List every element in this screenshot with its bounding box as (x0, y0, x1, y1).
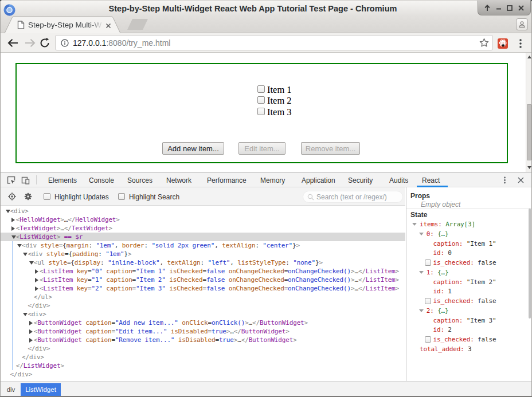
device-toolbar-icon[interactable] (21, 176, 30, 184)
devtools-tab-elements[interactable]: Elements (48, 176, 77, 184)
tree-row[interactable]: <div style={padding: "1em"}> (0, 250, 405, 258)
tree-row[interactable]: </ul> (0, 293, 405, 301)
url-text[interactable]: 127.0.0.1:8080/try_me.html (73, 38, 170, 48)
expand-arrow-icon[interactable] (29, 329, 33, 334)
tree-row[interactable]: <HelloWidget>…</HelloWidget> (0, 215, 405, 224)
page-scrollbar-thumb[interactable] (527, 104, 531, 160)
tree-row[interactable]: <ButtonWidget caption="Remove item..." i… (0, 336, 405, 344)
devtools-close-icon[interactable] (517, 176, 525, 184)
page-button-disabled[interactable]: Remove item... (301, 142, 360, 155)
state-checkbox[interactable] (425, 336, 431, 343)
expand-arrow-icon[interactable] (35, 286, 38, 291)
maximize-button[interactable] (506, 4, 514, 12)
breadcrumb-div[interactable]: div (3, 383, 19, 396)
reload-button[interactable] (38, 37, 51, 49)
tree-row[interactable]: <ul style={display: "inline-block", text… (0, 258, 405, 267)
collapse-arrow-icon[interactable] (29, 261, 34, 265)
item-checkbox[interactable] (257, 96, 265, 104)
state-header: State (410, 211, 427, 219)
tree-row[interactable]: <TextWidget>…</TextWidget> (0, 224, 405, 233)
title-bar[interactable]: Step-by-Step Multi-Widget React Web App … (0, 0, 532, 16)
tree-row[interactable]: <ListItem key="0" caption="Item 1" isChe… (0, 267, 405, 276)
collapse-arrow-icon[interactable] (11, 235, 16, 239)
item-checkbox[interactable] (257, 85, 265, 93)
toolbar-checkbox[interactable] (118, 193, 125, 200)
tree-row[interactable]: <ButtonWidget caption="Edit item..." isD… (0, 327, 405, 336)
tree-row[interactable]: <div style={margin: "1em", border: "soli… (0, 241, 405, 250)
url-host: 127.0.0.1 (73, 38, 106, 48)
tree-row[interactable]: <ListWidget> == $r (0, 233, 405, 241)
right-panel-scrollbar-thumb[interactable] (529, 209, 531, 319)
tree-row[interactable]: <div> (0, 310, 405, 319)
expand-arrow-icon[interactable] (35, 278, 38, 282)
tree-row-text: <div style={padding: "1em"}> (28, 250, 131, 258)
collapse-arrow-icon[interactable] (419, 233, 424, 235)
tab-title: Step-by-Step Multi-W (28, 21, 103, 30)
state-checkbox[interactable] (425, 298, 431, 304)
toolbar-checkbox-label[interactable]: Highlight Search (129, 193, 179, 201)
select-element-icon[interactable] (8, 192, 16, 201)
expand-arrow-icon[interactable] (11, 218, 15, 222)
item-checkbox[interactable] (257, 108, 265, 115)
devtools-tab-security[interactable]: Security (348, 176, 373, 184)
tree-row[interactable]: </div> (0, 344, 405, 353)
devtools-tab-sources[interactable]: Sources (127, 176, 152, 184)
devtools-tab-application[interactable]: Application (302, 176, 335, 184)
devtools-menu-icon[interactable] (501, 176, 508, 184)
react-devtools-extension-icon[interactable] (498, 38, 508, 49)
inspect-element-icon[interactable] (7, 176, 15, 184)
browser-menu-icon[interactable] (515, 37, 526, 50)
tree-row[interactable]: </div> (0, 353, 405, 361)
page-content: Item 1Item 2Item 3 Add new item...Edit i… (0, 53, 532, 172)
devtools-tab-performance[interactable]: Performance (207, 176, 247, 184)
tree-row[interactable]: <ButtonWidget caption="Add new item..." … (0, 319, 405, 327)
expand-arrow-icon[interactable] (11, 226, 15, 231)
tree-row-text: <ul style={display: "inline-block", text… (34, 258, 323, 267)
tree-row[interactable]: <ListItem key="2" caption="Item 3" isChe… (0, 284, 405, 293)
devtools-tab-console[interactable]: Console (89, 176, 114, 184)
tree-row[interactable]: </div> (0, 370, 405, 379)
settings-gear-icon[interactable] (24, 192, 32, 201)
tree-row[interactable]: <ListItem key="1" caption="Item 2" isChe… (0, 276, 405, 284)
tree-row[interactable]: </div> (0, 301, 405, 310)
props-empty-text: Empty object (421, 201, 460, 209)
tree-row[interactable]: <div> (0, 207, 405, 215)
bookmark-star-icon[interactable] (479, 38, 489, 48)
devtools-tab-react[interactable]: React (422, 176, 440, 184)
forward-arrow-icon (25, 38, 36, 48)
collapse-arrow-icon[interactable] (419, 309, 424, 312)
search-icon (307, 194, 314, 201)
state-checkbox[interactable] (425, 260, 431, 266)
page-button[interactable]: Add new item... (162, 142, 224, 155)
collapse-arrow-icon[interactable] (23, 313, 28, 316)
toolbar-checkbox-label[interactable]: Highlight Updates (54, 193, 109, 201)
expand-arrow-icon[interactable] (29, 321, 33, 325)
breadcrumb-listwidget[interactable]: ListWidget (21, 383, 61, 396)
devtools-tab-audits[interactable]: Audits (389, 176, 408, 184)
collapse-arrow-icon[interactable] (419, 271, 424, 274)
devtools-tab-network[interactable]: Network (166, 176, 191, 184)
tree-row[interactable]: </ListWidget> (0, 361, 405, 370)
state-row-text: 2: {…} (427, 306, 449, 316)
close-window-button[interactable] (517, 4, 525, 12)
keep-above-button[interactable] (483, 4, 491, 12)
minimize-button[interactable] (495, 4, 503, 12)
devtools-tab-memory[interactable]: Memory (260, 176, 285, 184)
state-row-text: 1: {…} (427, 268, 449, 277)
state-row-text: caption: "Item 2" (433, 277, 496, 287)
collapse-arrow-icon[interactable] (17, 244, 22, 247)
collapse-arrow-icon[interactable] (23, 253, 28, 256)
forward-button[interactable] (24, 37, 36, 49)
page-button-disabled[interactable]: Edit item... (238, 142, 285, 155)
expand-arrow-icon[interactable] (29, 338, 33, 343)
devtools-status-bar: divListWidget (0, 381, 532, 396)
collapse-arrow-icon[interactable] (6, 210, 10, 213)
back-button[interactable] (6, 37, 19, 49)
collapse-arrow-icon[interactable] (412, 223, 417, 226)
item-label: Item 1 (267, 84, 292, 96)
site-info-icon[interactable] (61, 39, 69, 47)
toolbar-checkbox[interactable] (44, 193, 50, 200)
tab-close-icon[interactable] (105, 22, 112, 29)
expand-arrow-icon[interactable] (35, 269, 38, 274)
profile-avatar-button[interactable] (516, 18, 528, 30)
